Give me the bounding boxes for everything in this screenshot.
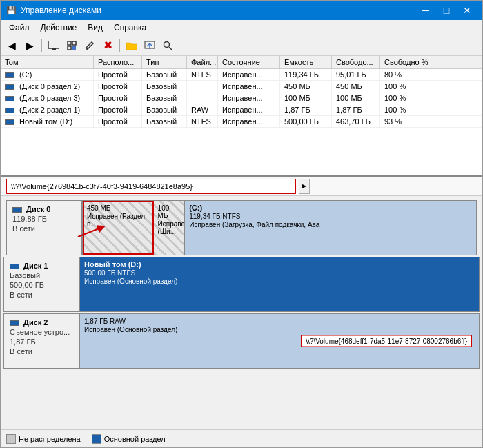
legend-box-unallocated xyxy=(6,434,16,444)
cell-loc-3: Простой xyxy=(94,104,142,115)
volume-path-bar: ▶ xyxy=(1,177,482,196)
disk-2-row: Диск 2 Съемное устро... 1,87 ГБ В сети 1… xyxy=(3,313,480,369)
table-row[interactable]: (Диск 2 раздел 1) Простой Базовый RAW Ис… xyxy=(1,104,482,116)
properties-button[interactable] xyxy=(63,37,80,54)
cell-type-2: Базовый xyxy=(142,92,187,104)
disk-2-type: Съемное устро... xyxy=(10,328,73,336)
svg-rect-4 xyxy=(72,41,76,45)
table-body: (C:) Простой Базовый NTFS Исправен... 11… xyxy=(1,69,482,175)
table-header: Том Располо... Тип Файл... Состояние Емк… xyxy=(1,56,482,69)
disk-0-partition-1[interactable]: 450 МБ Исправен (Раздел в... xyxy=(83,201,154,255)
d0p3-status: Исправен (Загрузка, Файл подкачки, Ава xyxy=(189,221,472,228)
legend-primary: Основной раздел xyxy=(92,434,166,444)
d0p2-status: Исправен (Ши... xyxy=(158,220,181,235)
cell-type-1: Базовый xyxy=(142,81,187,92)
disk-0-row: Диск 0 119,88 ГБ В сети 450 МБ Исправен … xyxy=(6,200,477,255)
window-icon: 💾 xyxy=(6,6,17,15)
folder-button[interactable] xyxy=(124,37,140,54)
d0p2-size: 100 МБ xyxy=(158,204,181,220)
cell-state-0: Исправен... xyxy=(218,69,280,80)
disk-1-row: Диск 1 Базовый 500,00 ГБ В сети Новый то… xyxy=(3,257,480,312)
table-row[interactable]: Новый том (D:) Простой Базовый NTFS Испр… xyxy=(1,116,482,128)
window-title: Управление дисками xyxy=(21,6,101,15)
cell-freepct-3: 100 % xyxy=(380,104,428,115)
cell-free-4: 463,70 ГБ xyxy=(332,116,380,127)
d1p1-size: 500,00 ГБ NTFS xyxy=(84,269,475,277)
cell-vol-2: (Диск 0 раздел 3) xyxy=(1,92,94,104)
header-freepct: Свободно % xyxy=(380,56,428,68)
cell-loc-1: Простой xyxy=(94,81,142,92)
delete-button[interactable]: ✖ xyxy=(99,37,116,54)
path-scroll-right[interactable]: ▶ xyxy=(299,179,310,194)
cell-free-2: 100 МБ xyxy=(332,92,380,104)
svg-point-10 xyxy=(164,41,170,47)
svg-rect-3 xyxy=(68,41,71,45)
disk-0-status: В сети xyxy=(12,224,76,233)
d2p1-size: 1,87 ГБ RAW xyxy=(84,318,475,325)
header-fs: Файл... xyxy=(187,56,218,68)
cell-cap-4: 500,00 ГБ xyxy=(280,116,332,127)
cell-state-2: Исправен... xyxy=(218,92,280,104)
forward-button[interactable]: ▶ xyxy=(21,37,38,54)
disk-1-label: Диск 1 Базовый 500,00 ГБ В сети xyxy=(4,257,80,311)
edit-button[interactable] xyxy=(81,37,98,54)
cell-type-3: Базовый xyxy=(142,104,187,115)
header-loc: Располо... xyxy=(94,56,142,68)
legend-label-unallocated: Не распределена xyxy=(19,435,81,443)
disk-1-partition-1[interactable]: Новый том (D:) 500,00 ГБ NTFS Исправен (… xyxy=(80,257,479,311)
disk-0-partition-3[interactable]: (C:) 119,34 ГБ NTFS Исправен (Загрузка, … xyxy=(185,201,476,255)
menu-file[interactable]: Файл xyxy=(3,21,35,34)
cell-type-4: Базовый xyxy=(142,116,187,127)
d2p1-status: Исправен (Основной раздел) xyxy=(84,326,475,333)
maximize-button[interactable]: □ xyxy=(437,3,456,18)
d0p1-size: 450 МБ xyxy=(87,204,149,212)
close-button[interactable]: ✕ xyxy=(457,3,477,18)
disk-2-path: \\?\Volume{468deff1-7da5-11e7-8727-08002… xyxy=(301,335,472,347)
svg-rect-2 xyxy=(50,50,57,50)
cell-state-4: Исправен... xyxy=(218,116,280,127)
menu-view[interactable]: Вид xyxy=(82,21,108,34)
search-button[interactable] xyxy=(159,37,176,54)
cell-fs-1 xyxy=(187,81,218,92)
disk-0-info: 119,88 ГБ xyxy=(12,215,76,223)
back-button[interactable]: ◀ xyxy=(3,37,20,54)
cell-freepct-0: 80 % xyxy=(380,69,428,80)
cell-cap-0: 119,34 ГБ xyxy=(280,69,332,80)
disk-area: Диск 0 119,88 ГБ В сети 450 МБ Исправен … xyxy=(1,196,482,429)
main-content: Том Располо... Тип Файл... Состояние Емк… xyxy=(1,56,482,447)
table-row[interactable]: (C:) Простой Базовый NTFS Исправен... 11… xyxy=(1,69,482,81)
cell-freepct-2: 100 % xyxy=(380,92,428,104)
menu-bar: Файл Действие Вид Справка xyxy=(1,20,482,35)
menu-action[interactable]: Действие xyxy=(35,21,83,34)
cell-cap-3: 1,87 ГБ xyxy=(280,104,332,115)
disk-2-label: Диск 2 Съемное устро... 1,87 ГБ В сети xyxy=(4,314,80,368)
table-area: Том Располо... Тип Файл... Состояние Емк… xyxy=(1,56,482,177)
cell-type-0: Базовый xyxy=(142,69,187,80)
minimize-button[interactable]: ─ xyxy=(416,3,435,18)
table-row[interactable]: (Диск 0 раздел 2) Простой Базовый Исправ… xyxy=(1,81,482,92)
disk-2-partition-1[interactable]: 1,87 ГБ RAW Исправен (Основной раздел) \… xyxy=(80,314,479,368)
screen-button[interactable] xyxy=(46,37,62,54)
menu-help[interactable]: Справка xyxy=(108,21,152,34)
disk-1-size: 500,00 ГБ xyxy=(10,281,73,289)
volume-path-input[interactable] xyxy=(6,179,296,194)
d1p1-name: Новый том (D:) xyxy=(84,260,475,269)
cell-fs-4: NTFS xyxy=(187,116,218,127)
cell-loc-4: Простой xyxy=(94,116,142,127)
table-row[interactable]: (Диск 0 раздел 3) Простой Базовый Исправ… xyxy=(1,92,482,104)
cell-cap-2: 100 МБ xyxy=(280,92,332,104)
disk-0-name: Диск 0 xyxy=(12,205,76,213)
disk-0-partition-2[interactable]: 100 МБ Исправен (Ши... xyxy=(154,201,186,255)
d0p3-name: (C:) xyxy=(189,204,472,212)
cell-freepct-1: 100 % xyxy=(380,81,428,92)
legend-bar: Не распределена Основной раздел xyxy=(1,429,482,447)
disk-1-status: В сети xyxy=(10,291,73,299)
toolbar: ◀ ▶ ✖ xyxy=(1,35,482,56)
cell-vol-3: (Диск 2 раздел 1) xyxy=(1,104,94,115)
main-window: 💾 Управление дисками ─ □ ✕ Файл Действие… xyxy=(0,0,483,448)
cell-vol-4: Новый том (D:) xyxy=(1,116,94,127)
export-button[interactable] xyxy=(141,37,158,54)
svg-rect-6 xyxy=(72,46,76,50)
header-free: Свободо... xyxy=(332,56,380,68)
cell-vol-0: (C:) xyxy=(1,69,94,80)
